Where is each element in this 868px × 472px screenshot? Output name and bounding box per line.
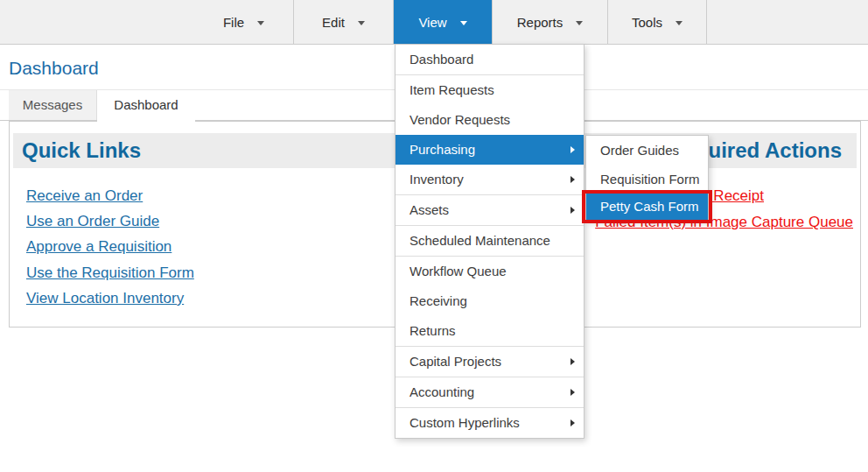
tab-dashboard[interactable]: Dashboard (97, 90, 195, 122)
page-title: Dashboard (9, 58, 99, 79)
submenu-item-label: Requisition Form (600, 172, 699, 187)
menu-view[interactable]: View (394, 0, 493, 44)
menu-item-label: Receiving (410, 293, 467, 308)
submenu-item-petty-cash-form[interactable]: Petty Cash Form (586, 194, 708, 220)
menu-item-label: Capital Projects (410, 354, 501, 369)
submenu-arrow-icon (570, 176, 575, 183)
link-view-location-inventory[interactable]: View Location Inventory (26, 290, 184, 307)
menu-item-label: Item Requests (410, 82, 494, 97)
menu-tools[interactable]: Tools (608, 0, 707, 44)
menu-item-vendor-requests[interactable]: Vendor Requests (396, 105, 584, 135)
caret-down-icon (460, 21, 467, 25)
submenu-item-label: Petty Cash Form (600, 199, 699, 214)
menu-item-label: Scheduled Maintenance (410, 233, 550, 248)
menu-item-label: Custom Hyperlinks (410, 415, 520, 430)
link-receive-an-order[interactable]: Receive an Order (26, 187, 143, 205)
caret-down-icon (576, 21, 583, 25)
menu-tools-label: Tools (632, 15, 662, 30)
caret-down-icon (358, 21, 365, 25)
tab-messages[interactable]: Messages (9, 90, 97, 120)
menu-item-accounting[interactable]: Accounting (396, 377, 584, 407)
menu-item-custom-hyperlinks[interactable]: Custom Hyperlinks (396, 407, 584, 438)
quick-links-title: Quick Links (22, 133, 141, 168)
submenu-arrow-icon (570, 358, 575, 365)
menu-item-label: Returns (410, 323, 456, 338)
menu-item-inventory[interactable]: Inventory (396, 165, 584, 194)
menu-reports-label: Reports (517, 15, 564, 30)
caret-down-icon (257, 21, 264, 25)
caret-down-icon (676, 21, 682, 25)
menu-reports[interactable]: Reports (493, 0, 608, 44)
application-window: File Edit View Reports Tools Dashboard M… (0, 0, 868, 472)
menu-view-label: View (418, 15, 446, 30)
submenu-arrow-icon (570, 419, 575, 426)
menu-item-label: Accounting (410, 384, 474, 399)
menu-edit[interactable]: Edit (294, 0, 394, 44)
menu-item-returns[interactable]: Returns (396, 316, 584, 346)
menu-item-label: Workflow Queue (410, 264, 507, 278)
link-use-the-requisition-form[interactable]: Use the Requisition Form (26, 264, 194, 282)
menu-bar: File Edit View Reports Tools (0, 0, 868, 45)
menu-item-receiving[interactable]: Receiving (396, 286, 584, 316)
submenu-arrow-icon (570, 146, 575, 153)
menu-item-purchasing[interactable]: Purchasing (396, 135, 584, 165)
view-dropdown-menu: Dashboard Item Requests Vendor Requests … (395, 44, 584, 439)
menu-item-label: Inventory (410, 172, 464, 187)
menu-item-workflow-queue[interactable]: Workflow Queue (396, 256, 584, 286)
menu-item-label: Dashboard (410, 52, 473, 67)
menu-item-scheduled-maintenance[interactable]: Scheduled Maintenance (396, 225, 584, 256)
menu-item-dashboard[interactable]: Dashboard (396, 45, 584, 74)
menu-file-label: File (223, 15, 244, 30)
menu-edit-label: Edit (322, 15, 345, 30)
submenu-item-label: Order Guides (600, 143, 679, 158)
purchasing-submenu: Order Guides Requisition Form Petty Cash… (585, 135, 709, 221)
menu-item-label: Assets (410, 202, 449, 217)
menu-item-label: Purchasing (410, 142, 475, 157)
submenu-arrow-icon (570, 389, 575, 396)
menu-item-capital-projects[interactable]: Capital Projects (396, 346, 584, 377)
menu-item-item-requests[interactable]: Item Requests (396, 74, 584, 105)
link-use-an-order-guide[interactable]: Use an Order Guide (26, 213, 159, 230)
menu-file[interactable]: File (194, 0, 294, 44)
menu-item-assets[interactable]: Assets (396, 194, 584, 225)
submenu-item-order-guides[interactable]: Order Guides (586, 136, 708, 166)
link-approve-a-requisition[interactable]: Approve a Requisition (26, 238, 172, 256)
submenu-item-requisition-form[interactable]: Requisition Form (586, 166, 708, 194)
menu-item-label: Vendor Requests (410, 112, 510, 127)
submenu-arrow-icon (570, 207, 575, 214)
